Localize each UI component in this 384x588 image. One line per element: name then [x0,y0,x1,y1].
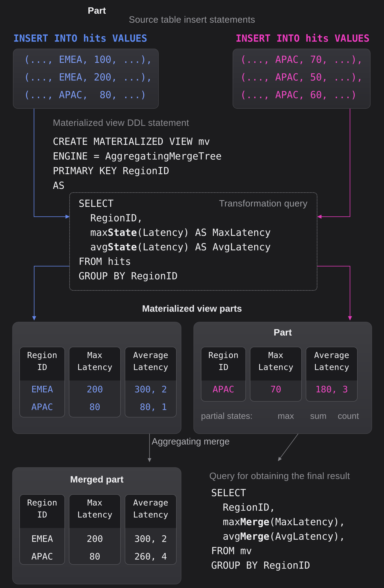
partial-state-tag-count: count [338,412,359,420]
partial-state-tag-sum: sum [310,412,326,420]
column-header: Region ID [20,347,64,380]
cell-value: 300, 2 [125,530,176,548]
column-header: Average Latency [125,495,176,528]
ddl-code: CREATE MATERIALIZED VIEW mvENGINE = Aggr… [53,134,222,193]
insert-left-box: (..., EMEA, 100, ...),(..., EMEA, 200, .… [13,49,159,109]
cell-value: 200 [69,530,120,548]
aggregating-merge-label: Aggregating merge [152,437,230,446]
column-header: Max Latency [69,495,120,528]
column-header: Max Latency [250,347,301,380]
merged-col-region: Region ID EMEA APAC [20,494,65,565]
insert-right-box: (..., APAC, 70, ...),(..., APAC, 50, ...… [233,49,370,109]
cell-value: EMEA [20,380,64,398]
cell-value: APAC [201,380,246,398]
final-query-code: SELECT RegionID, maxMerge(MaxLatency), a… [211,486,345,573]
cell-value: 300, 2 [125,380,176,398]
part-right-col-max: Max Latency 70 [250,347,302,401]
insert-left-rows: (..., EMEA, 100, ...),(..., EMEA, 200, .… [13,49,158,104]
merge-arrow-right [280,433,299,458]
merged-col-max: Max Latency 200 80 [69,494,121,565]
column-header: Average Latency [306,347,357,380]
insert-right-header: INSERT INTO hits VALUES [236,34,369,43]
final-query-label: Query for obtaining the final result [209,470,350,481]
cell-value: 260, 4 [125,548,176,565]
cell-value: 80, 1 [125,398,176,416]
diagram-canvas: Source table insert statements INSERT IN… [0,0,384,588]
part-left-col-avg: Average Latency 300, 2 80, 1 [125,347,176,417]
cell-value: APAC [20,398,64,416]
merged-col-avg: Average Latency 300, 2 260, 4 [125,494,176,565]
cell-value: 80 [69,398,120,416]
cell-value: EMEA [20,530,64,548]
column-header: Region ID [201,347,246,380]
cell-value: 200 [69,380,120,398]
column-header: Max Latency [69,347,120,380]
cell-value: APAC [20,548,64,565]
part-left-col-max: Max Latency 200 80 [69,347,121,417]
part-left-col-region: Region ID EMEA APAC [20,347,65,417]
column-header: Region ID [20,495,64,528]
column-header: Average Latency [125,347,176,380]
parts-heading: Materialized view parts [0,303,384,314]
magenta-arrow-insert-to-query [321,108,350,217]
partial-states-label: partial states: [201,412,253,420]
transformation-query-code: SELECT RegionID, maxState(Latency) AS Ma… [79,196,271,283]
partial-state-tag-max: max [278,412,294,420]
page-title: Source table insert statements [0,14,384,25]
part-left-title: Part [13,6,181,15]
part-right-col-region: Region ID APAC [201,347,246,401]
merged-part-title: Merged part [13,475,181,484]
ddl-label: Materialized view DDL statement [53,117,189,128]
cell-value: 80 [69,548,120,565]
cell-value: 70 [250,380,301,398]
part-right-col-avg: Average Latency 180, 3 [306,347,358,401]
insert-left-header: INSERT INTO hits VALUES [13,34,147,43]
cell-value: 180, 3 [306,380,357,398]
part-right-title: Part [194,328,372,337]
insert-right-rows: (..., APAC, 70, ...),(..., APAC, 50, ...… [233,49,370,104]
